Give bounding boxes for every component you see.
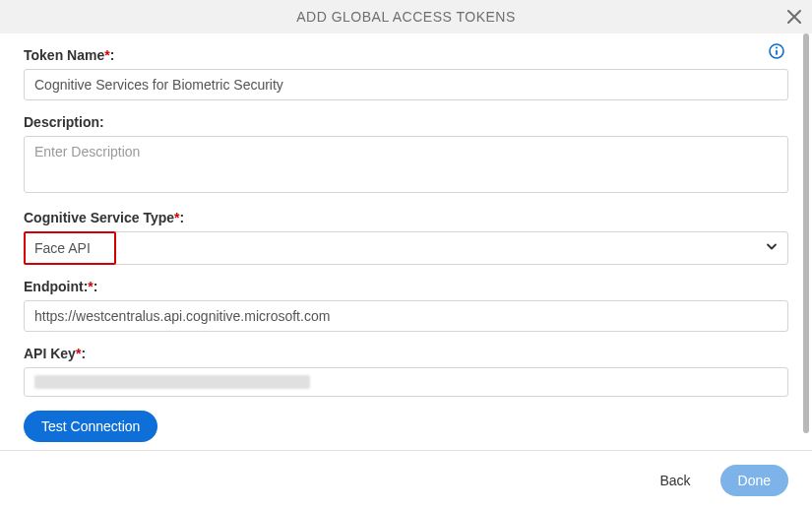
- back-button[interactable]: Back: [642, 465, 708, 496]
- required-marker: *: [76, 346, 81, 361]
- dialog-titlebar: ADD GLOBAL ACCESS TOKENS: [0, 0, 812, 33]
- required-marker: *: [174, 210, 179, 225]
- scrollbar[interactable]: [803, 33, 809, 433]
- service-type-value: Face API: [34, 240, 91, 256]
- service-type-select-wrap: Face API: [24, 231, 788, 265]
- description-label: Description:: [24, 114, 788, 130]
- required-marker: *: [104, 47, 109, 63]
- close-icon: [787, 10, 801, 24]
- api-key-input[interactable]: [24, 367, 788, 397]
- test-connection-button[interactable]: Test Connection: [24, 411, 157, 442]
- api-key-label: API Key*:: [24, 346, 788, 361]
- svg-rect-2: [776, 50, 778, 55]
- service-type-select[interactable]: Face API: [24, 231, 788, 265]
- token-name-input[interactable]: [24, 69, 788, 100]
- token-name-label: Token Name*:: [24, 47, 788, 63]
- description-textarea[interactable]: [24, 136, 788, 193]
- service-type-label: Cognitive Service Type*:: [24, 210, 788, 225]
- info-button[interactable]: [769, 43, 784, 62]
- dialog-body: Token Name*: Description: Cognitive Serv…: [0, 33, 812, 450]
- close-button[interactable]: [784, 7, 804, 27]
- dialog-title: ADD GLOBAL ACCESS TOKENS: [296, 9, 516, 25]
- api-key-redacted: [34, 375, 310, 389]
- done-button[interactable]: Done: [720, 465, 788, 496]
- add-global-access-tokens-dialog: ADD GLOBAL ACCESS TOKENS Token Name*: De…: [0, 0, 812, 510]
- required-marker: *: [88, 279, 93, 294]
- svg-point-1: [776, 46, 778, 48]
- test-connection-row: Test Connection: [24, 411, 788, 442]
- form-area: Token Name*: Description: Cognitive Serv…: [0, 33, 812, 450]
- endpoint-input[interactable]: [24, 300, 788, 332]
- dialog-footer: Back Done: [0, 450, 812, 510]
- endpoint-label: Endpoint:*:: [24, 279, 788, 294]
- info-icon: [769, 43, 784, 59]
